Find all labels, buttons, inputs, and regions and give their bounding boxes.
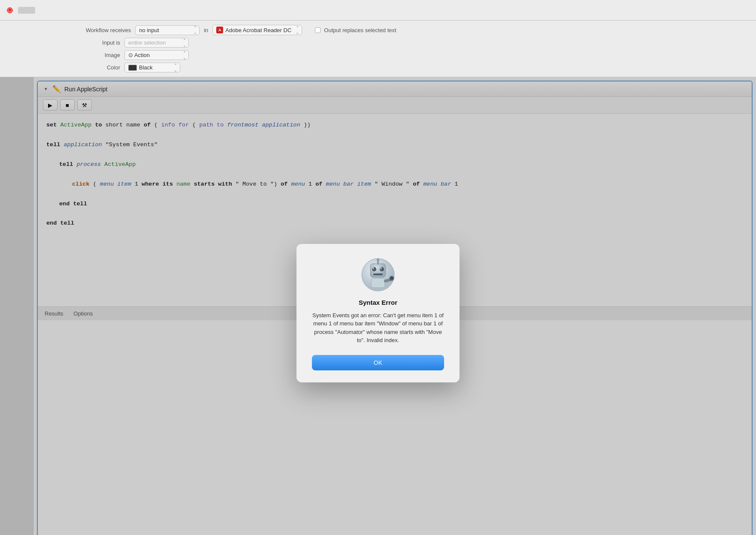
in-label: in	[204, 27, 208, 33]
image-select[interactable]: ⊙ Action	[124, 50, 189, 60]
output-replaces-checkbox[interactable]	[315, 27, 321, 33]
svg-point-2	[372, 267, 376, 271]
output-replaces-row: Output replaces selected text	[315, 27, 396, 33]
dialog-icon-wrapper	[312, 258, 444, 292]
svg-point-5	[380, 268, 382, 269]
svg-point-8	[377, 258, 379, 261]
dialog-ok-button[interactable]: OK	[312, 355, 444, 370]
input-is-select-wrapper[interactable]: entire selection ⌃⌄	[124, 38, 189, 48]
close-icon: ×	[9, 8, 11, 12]
input-is-select[interactable]: entire selection	[124, 38, 189, 48]
input-is-label: Input is	[86, 39, 120, 46]
color-value-label: Black	[139, 64, 153, 71]
workflow-receives-label: Workflow receives	[86, 27, 131, 33]
workflow-receives-row: Workflow receives no input ⌃⌄ in A Adobe…	[86, 25, 746, 35]
close-button[interactable]: ×	[7, 7, 13, 13]
image-select-wrapper[interactable]: ⊙ Action ⌃⌄	[124, 50, 189, 60]
app-name-label: Adobe Acrobat Reader DC	[225, 27, 291, 33]
content-row: ▾ ✏️ Run AppleScript ▶ ■ ⚒	[0, 77, 756, 535]
svg-rect-9	[371, 278, 385, 288]
input-is-row: Input is entire selection ⌃⌄	[86, 38, 746, 48]
color-select[interactable]: Black ⌃⌄	[124, 63, 180, 72]
color-chevron-icon: ⌃⌄	[174, 63, 177, 72]
svg-rect-6	[373, 274, 383, 275]
syntax-error-dialog: Syntax Error System Events got an error:…	[296, 244, 460, 382]
image-row: Image ⊙ Action ⌃⌄	[86, 50, 746, 60]
window-control-placeholder	[18, 7, 35, 14]
output-replaces-label: Output replaces selected text	[324, 27, 396, 33]
automator-icon	[361, 258, 395, 292]
workflow-header: Workflow receives no input ⌃⌄ in A Adobe…	[0, 21, 756, 77]
app-window: × Workflow receives no input ⌃⌄ in A Ado…	[0, 0, 756, 535]
dialog-overlay: Syntax Error System Events got an error:…	[0, 77, 756, 535]
svg-point-12	[390, 277, 393, 280]
app-select[interactable]: A Adobe Acrobat Reader DC ⌃⌄	[212, 25, 302, 35]
svg-point-3	[380, 267, 384, 271]
app-chevron-icon: ⌃⌄	[296, 25, 299, 35]
top-bar: ×	[0, 0, 756, 21]
color-row: Color Black ⌃⌄	[86, 63, 746, 72]
app-select-wrapper[interactable]: A Adobe Acrobat Reader DC ⌃⌄	[212, 25, 302, 35]
workflow-receives-select-wrapper[interactable]: no input ⌃⌄	[135, 25, 200, 35]
workflow-receives-select[interactable]: no input	[135, 25, 200, 35]
acrobat-icon: A	[216, 27, 223, 33]
color-label: Color	[86, 64, 120, 71]
svg-point-4	[372, 268, 374, 269]
image-label: Image	[86, 52, 120, 58]
dialog-title: Syntax Error	[312, 299, 444, 306]
color-swatch	[128, 65, 137, 71]
color-select-wrapper[interactable]: Black ⌃⌄	[124, 63, 180, 72]
dialog-message: System Events got an error: Can't get me…	[312, 311, 444, 345]
